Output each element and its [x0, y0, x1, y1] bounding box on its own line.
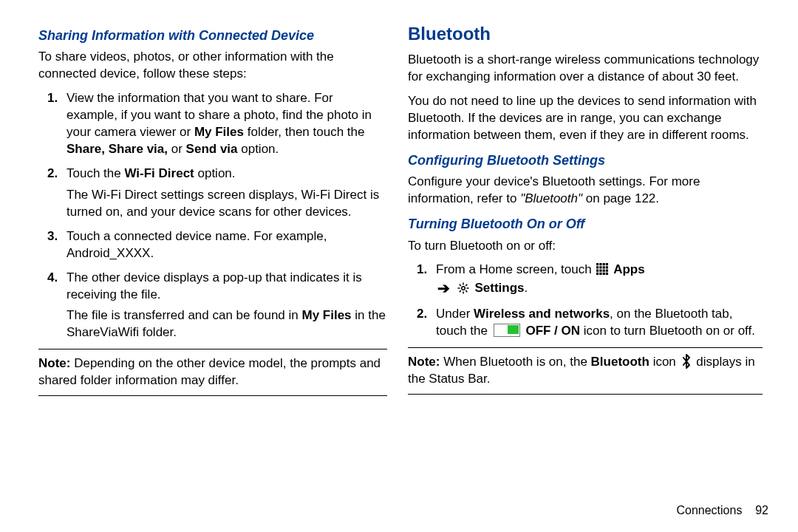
- right-title: Bluetooth: [408, 22, 763, 46]
- arrow-right-icon: ➔: [437, 279, 450, 299]
- right-p1: Bluetooth is a short-range wireless comm…: [408, 52, 763, 86]
- svg-point-16: [461, 287, 465, 290]
- svg-rect-1: [600, 263, 602, 265]
- svg-rect-5: [600, 267, 602, 269]
- left-step-3: 3. Touch a connected device name. For ex…: [38, 228, 387, 262]
- svg-line-23: [459, 291, 460, 293]
- left-step-4: 4. The other device displays a pop-up th…: [38, 270, 387, 342]
- svg-rect-15: [606, 273, 608, 275]
- svg-rect-10: [603, 270, 605, 272]
- heading-turn: Turning Bluetooth On or Off: [408, 215, 763, 233]
- left-heading: Sharing Information with Connected Devic…: [38, 27, 387, 44]
- left-note: Note: Depending on the other device mode…: [38, 355, 387, 389]
- apps-label: Apps: [613, 262, 645, 276]
- divider: [38, 395, 387, 396]
- right-step-1: 1. From a Home screen, touch Apps ➔ S: [408, 262, 763, 299]
- heading-config: Configuring Bluetooth Settings: [408, 151, 763, 169]
- left-steps: 1. View the information that you want to…: [38, 90, 387, 341]
- svg-rect-13: [600, 273, 602, 275]
- page-footer: Connections 92: [676, 502, 768, 519]
- left-intro: To share videos, photos, or other inform…: [38, 49, 387, 83]
- svg-rect-7: [606, 267, 608, 269]
- toggle-icon: [494, 324, 520, 337]
- left-step-2: 2. Touch the Wi-Fi Direct option. The Wi…: [38, 166, 387, 221]
- svg-rect-2: [603, 263, 605, 265]
- divider: [38, 349, 387, 349]
- svg-line-22: [466, 291, 467, 293]
- right-step-2: 2. Under Wireless and networks, on the B…: [408, 306, 763, 340]
- apps-grid-icon: [596, 263, 608, 275]
- svg-rect-12: [596, 273, 598, 275]
- svg-rect-11: [606, 270, 608, 272]
- right-p2: You do not need to line up the devices t…: [408, 93, 763, 144]
- bluetooth-icon: [681, 354, 692, 367]
- divider: [408, 347, 763, 348]
- svg-rect-3: [606, 263, 608, 265]
- svg-rect-6: [603, 267, 605, 269]
- right-steps: 1. From a Home screen, touch Apps ➔ S: [408, 262, 763, 340]
- left-step-1: 1. View the information that you want to…: [38, 90, 387, 158]
- svg-line-24: [466, 284, 467, 286]
- settings-gear-icon: [457, 282, 470, 295]
- svg-line-21: [459, 284, 460, 286]
- right-note: Note: When Bluetooth is on, the Bluetoot…: [408, 354, 763, 388]
- divider: [408, 394, 763, 395]
- turn-intro: To turn Bluetooth on or off:: [408, 238, 763, 255]
- settings-label: Settings: [474, 281, 524, 295]
- svg-rect-8: [596, 270, 598, 272]
- svg-rect-14: [603, 273, 605, 275]
- svg-rect-9: [600, 270, 602, 272]
- svg-rect-4: [596, 267, 598, 269]
- svg-rect-0: [596, 263, 598, 265]
- config-para: Configure your device's Bluetooth settin…: [408, 174, 763, 208]
